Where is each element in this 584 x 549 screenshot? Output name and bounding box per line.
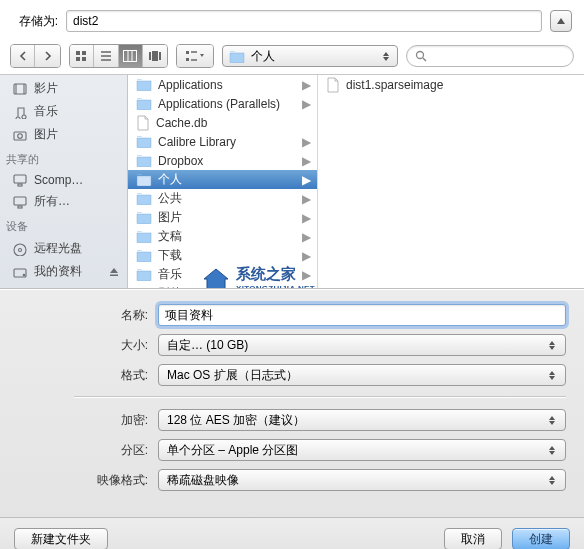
arrange-button[interactable]: [177, 45, 213, 67]
svg-rect-11: [152, 51, 158, 61]
chevrons-icon: [549, 416, 557, 425]
folder-icon: [136, 287, 152, 288]
svg-point-17: [417, 52, 424, 59]
chevron-right-icon: ▶: [302, 97, 311, 111]
monitor-icon: [12, 173, 28, 187]
view-list-button[interactable]: [94, 45, 118, 67]
svg-rect-2: [76, 57, 80, 61]
file-icon: [326, 77, 340, 93]
save-as-label: 存储为:: [12, 13, 58, 30]
svg-rect-25: [18, 184, 22, 186]
column-row[interactable]: 影片▶: [128, 284, 317, 288]
svg-rect-3: [82, 57, 86, 61]
sidebar-item-label: 所有…: [34, 193, 70, 210]
column-row[interactable]: 音乐▶: [128, 265, 317, 284]
chevrons-icon: [549, 341, 557, 350]
folder-icon: [136, 135, 152, 148]
sidebar-item[interactable]: 我的资料: [0, 260, 127, 283]
column-row[interactable]: Cache.db: [128, 113, 317, 132]
column-row[interactable]: 下载▶: [128, 246, 317, 265]
sidebar-item[interactable]: 远程光盘: [0, 237, 127, 260]
svg-rect-7: [124, 51, 137, 62]
encrypt-value: 128 位 AES 加密（建议）: [167, 412, 305, 429]
save-as-input[interactable]: [66, 10, 542, 32]
folder-icon: [229, 50, 245, 63]
create-button[interactable]: 创建: [512, 528, 570, 549]
row-label: Cache.db: [156, 116, 207, 130]
row-label: 个人: [158, 171, 182, 188]
svg-point-29: [19, 248, 22, 251]
folder-icon: [136, 192, 152, 205]
sidebar-item-label: 远程光盘: [34, 240, 82, 257]
view-icon-button[interactable]: [70, 45, 94, 67]
chevrons-icon: [549, 446, 557, 455]
chevron-right-icon: ▶: [302, 192, 311, 206]
column-1: Applications▶Applications (Parallels)▶Ca…: [128, 75, 318, 288]
sidebar-item-label: Scomp…: [34, 173, 83, 187]
view-coverflow-button[interactable]: [143, 45, 167, 67]
svg-rect-0: [76, 51, 80, 55]
row-label: Applications: [158, 78, 223, 92]
svg-rect-14: [186, 58, 189, 61]
image-format-select[interactable]: 稀疏磁盘映像: [158, 469, 566, 491]
monitor-icon: [12, 195, 28, 209]
column-row[interactable]: 文稿▶: [128, 227, 317, 246]
format-label: 格式:: [18, 367, 158, 384]
size-select[interactable]: 自定… (10 GB): [158, 334, 566, 356]
image-format-label: 映像格式:: [18, 472, 158, 489]
column-row[interactable]: Applications▶: [128, 75, 317, 94]
search-field[interactable]: [406, 45, 574, 67]
column-row[interactable]: 个人▶: [128, 170, 317, 189]
chevron-right-icon: ▶: [302, 211, 311, 225]
svg-rect-32: [110, 274, 118, 276]
collapse-toggle-button[interactable]: [550, 10, 572, 32]
drive-icon: [12, 265, 28, 279]
svg-rect-26: [14, 197, 26, 205]
encrypt-label: 加密:: [18, 412, 158, 429]
chevron-right-icon: ▶: [302, 287, 311, 289]
folder-icon: [136, 97, 152, 110]
chevron-right-icon: ▶: [302, 230, 311, 244]
svg-rect-10: [149, 52, 151, 60]
eject-icon[interactable]: [109, 267, 119, 277]
name-input[interactable]: [158, 304, 566, 326]
row-label: 音乐: [158, 266, 182, 283]
chevron-right-icon: ▶: [302, 249, 311, 263]
chevron-right-icon: ▶: [302, 173, 311, 187]
row-label: Applications (Parallels): [158, 97, 280, 111]
search-icon: [415, 50, 427, 62]
column-2: dist1.sparseimage: [318, 75, 584, 288]
column-row[interactable]: Calibre Library▶: [128, 132, 317, 151]
view-columns-button[interactable]: [119, 45, 143, 67]
svg-rect-24: [14, 175, 26, 183]
column-row[interactable]: 公共▶: [128, 189, 317, 208]
view-mode-group: [69, 44, 169, 68]
nav-back-button[interactable]: [11, 45, 35, 67]
sidebar-item[interactable]: Scomp…: [0, 170, 127, 190]
column-row[interactable]: Applications (Parallels)▶: [128, 94, 317, 113]
sidebar-item[interactable]: 图片: [0, 123, 127, 146]
format-select[interactable]: Mac OS 扩展（日志式）: [158, 364, 566, 386]
sidebar-item[interactable]: 所有…: [0, 190, 127, 213]
partition-select[interactable]: 单个分区 – Apple 分区图: [158, 439, 566, 461]
sidebar-item-label: 音乐: [34, 103, 58, 120]
search-input[interactable]: [431, 49, 565, 63]
column-row[interactable]: dist1.sparseimage: [318, 75, 584, 94]
encrypt-select[interactable]: 128 位 AES 加密（建议）: [158, 409, 566, 431]
cancel-button[interactable]: 取消: [444, 528, 502, 549]
column-row[interactable]: Dropbox▶: [128, 151, 317, 170]
sidebar-item[interactable]: 音乐: [0, 100, 127, 123]
column-row[interactable]: 图片▶: [128, 208, 317, 227]
folder-icon: [136, 154, 152, 167]
svg-rect-1: [82, 51, 86, 55]
chevron-right-icon: ▶: [302, 154, 311, 168]
path-dropdown[interactable]: 个人: [222, 45, 398, 67]
nav-forward-button[interactable]: [35, 45, 59, 67]
new-folder-button[interactable]: 新建文件夹: [14, 528, 108, 549]
name-label: 名称:: [18, 307, 158, 324]
format-value: Mac OS 扩展（日志式）: [167, 367, 298, 384]
row-label: Calibre Library: [158, 135, 236, 149]
sidebar-item[interactable]: 影片: [0, 77, 127, 100]
triangle-up-icon: [557, 18, 565, 24]
image-format-value: 稀疏磁盘映像: [167, 472, 239, 489]
